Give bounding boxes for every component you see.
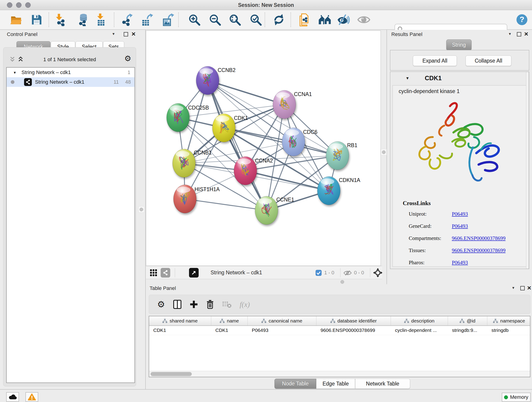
control-panel-float-icon[interactable] <box>124 32 128 36</box>
refresh-icon <box>273 13 285 26</box>
network-node-CDC6[interactable]: CDC6 <box>282 128 317 156</box>
network-node-CDK1[interactable]: CDK1 <box>212 114 248 142</box>
column-header-name[interactable]: name <box>211 316 248 325</box>
hidden-eye-icon[interactable] <box>343 270 352 277</box>
zoom-out-button[interactable] <box>208 13 222 27</box>
network-node-RB1[interactable]: RB1 <box>326 141 357 170</box>
warning-icon <box>28 393 36 401</box>
export-network-icon <box>120 13 133 26</box>
network-graph[interactable]: CCNB2CCNA1CDC25BCDK1CDC6RB1CCNB1CCNA2CDK… <box>146 31 380 266</box>
tab-string[interactable]: String <box>446 39 472 51</box>
network-options-gear-icon[interactable]: ⚙ <box>124 54 131 63</box>
entry-collapse-caret[interactable]: ▼ <box>405 76 409 81</box>
toolbar-separator <box>114 12 114 27</box>
horizontal-splitter-handle[interactable] <box>341 280 344 284</box>
left-splitter[interactable] <box>145 30 146 389</box>
selected-checkbox-icon[interactable] <box>316 270 322 277</box>
network-node-HIST1H1A[interactable]: HIST1H1A <box>173 185 220 213</box>
zoom-in-icon <box>188 13 201 26</box>
delete-table-icon-disabled <box>222 301 231 308</box>
table-horizontal-scrollbar[interactable] <box>149 371 530 377</box>
export-network-button[interactable] <box>120 13 133 27</box>
import-network-database-button[interactable] <box>76 13 90 27</box>
network-tree: ▼ String Network – cdk1 1 String Network… <box>6 67 135 383</box>
network-node-CCNE1[interactable]: CCNE1 <box>255 196 294 225</box>
column-header-description[interactable]: description <box>391 316 448 325</box>
center-view-crosshair-icon[interactable] <box>373 268 383 279</box>
column-header-database-identifier[interactable]: database identifier <box>317 316 391 325</box>
node-label-CDC6: CDC6 <box>303 129 317 135</box>
collapse-all-button[interactable]: Collapse All <box>466 56 511 66</box>
tab-edge-table[interactable]: Edge Table <box>316 379 355 389</box>
left-splitter-handle[interactable] <box>138 206 144 213</box>
results-panel-float-icon[interactable] <box>517 32 521 36</box>
table-panel-menu-icon[interactable]: ▼ <box>512 286 515 290</box>
column-header-canonical-name[interactable]: canonical name <box>248 316 317 325</box>
network-node-CCNB2[interactable]: CCNB2 <box>196 66 235 95</box>
string-view-button[interactable] <box>161 268 170 278</box>
network-collection-row[interactable]: ▼ String Network – cdk1 1 <box>7 68 134 77</box>
results-scrollbar[interactable] <box>526 72 529 269</box>
results-panel-menu-icon[interactable]: ▼ <box>508 32 512 36</box>
control-panel-menu-icon[interactable]: ▼ <box>112 32 115 36</box>
collection-expand-caret[interactable]: ▼ <box>13 70 17 75</box>
tab-node-table[interactable]: Node Table <box>274 379 316 389</box>
network-node-CCNB1[interactable]: CCNB1 <box>172 149 212 177</box>
column-header-id[interactable]: @id <box>448 316 487 325</box>
open-documents-button[interactable] <box>298 13 311 27</box>
table-panel-close-icon[interactable]: × <box>527 284 531 292</box>
crosslink-genecard[interactable]: P06493 <box>452 223 468 229</box>
network-canvas[interactable]: CCNB2CCNA1CDC25BCDK1CDC6RB1CCNB1CCNA2CDK… <box>146 31 381 266</box>
network-node-CCNA2[interactable]: CCNA2 <box>234 157 273 185</box>
cloud-status-button[interactable] <box>6 392 19 402</box>
entry-description: cyclin-dependent kinase 1 <box>399 88 460 95</box>
crosslink-compartments[interactable]: 9606.ENSP00000378699 <box>452 235 506 241</box>
table-row[interactable]: CDK1 CDK1 P06493 9606.ENSP00000378699 cy… <box>149 326 530 335</box>
warnings-button[interactable] <box>25 392 38 402</box>
table-panel-float-icon[interactable] <box>520 286 525 290</box>
results-panel-close-icon[interactable]: × <box>524 30 528 38</box>
save-session-button[interactable] <box>30 13 44 27</box>
scrollbar-thumb[interactable] <box>151 372 192 376</box>
import-network-file-button[interactable] <box>53 13 66 27</box>
show-graphics-details-button[interactable] <box>357 13 371 27</box>
add-column-icon[interactable] <box>190 300 198 308</box>
network-row-selected[interactable]: String Network – cdk1 11 48 <box>7 77 134 87</box>
column-header-shared-name[interactable]: shared name <box>149 316 211 325</box>
control-panel-close-icon[interactable]: × <box>132 30 136 38</box>
zoom-fit-button[interactable] <box>228 13 242 27</box>
control-panel-title: Control Panel <box>7 32 37 37</box>
hide-graphics-details-button[interactable] <box>336 13 350 27</box>
delete-trash-icon[interactable] <box>206 300 214 309</box>
open-view-button[interactable] <box>189 268 199 278</box>
expand-all-button[interactable]: Expand All <box>413 56 457 66</box>
tab-network-table[interactable]: Network Table <box>355 379 410 389</box>
right-splitter-line <box>386 30 387 284</box>
help-button[interactable]: ? <box>515 13 529 27</box>
network-node-CDKN1A[interactable]: CDKN1A <box>317 177 360 205</box>
table-settings-gear-icon[interactable]: ⚙ <box>157 299 165 309</box>
right-splitter-handle[interactable] <box>381 149 387 155</box>
column-header-namespace[interactable]: namespace <box>487 316 531 325</box>
crosslink-uniprot[interactable]: P06493 <box>452 211 468 217</box>
import-table-file-button[interactable] <box>94 13 108 27</box>
crosslink-pharos[interactable]: P06493 <box>452 260 468 266</box>
zoom-fit-icon <box>229 13 241 26</box>
export-table-button[interactable] <box>140 13 153 27</box>
arrow-up-right-icon <box>191 270 197 276</box>
open-session-button[interactable] <box>9 13 23 27</box>
view-title: String Network – cdk1 <box>210 269 262 276</box>
network-node-CCNA1[interactable]: CCNA1 <box>273 90 312 119</box>
network-label: String Network – cdk1 <box>35 79 84 85</box>
birds-eye-view-button[interactable] <box>149 268 158 278</box>
show-columns-icon[interactable] <box>173 300 181 309</box>
crosslink-tissues[interactable]: 9606.ENSP00000378699 <box>452 248 506 254</box>
export-image-button[interactable] <box>161 13 175 27</box>
table-panel-title: Table Panel <box>150 285 176 291</box>
zoom-selected-button[interactable] <box>249 13 263 27</box>
memory-button[interactable]: Memory <box>502 393 531 402</box>
refresh-button[interactable] <box>272 13 286 27</box>
zoom-in-button[interactable] <box>187 13 201 27</box>
string-home-button[interactable] <box>318 13 332 27</box>
right-splitter[interactable] <box>381 30 387 266</box>
